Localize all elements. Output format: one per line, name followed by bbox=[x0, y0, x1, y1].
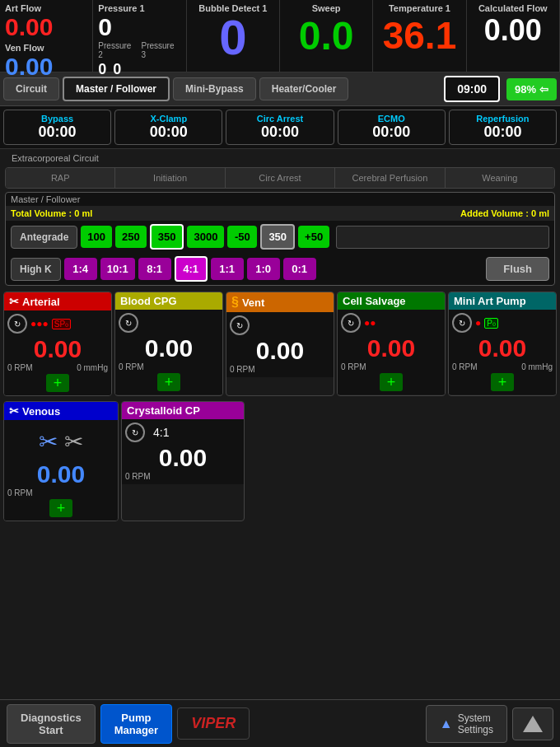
scissor-left[interactable]: ✂ bbox=[39, 428, 58, 455]
venous-body: ✂ ✂ 0.00 0 RPM + bbox=[4, 420, 118, 521]
ratio-1-1[interactable]: 1:1 bbox=[211, 258, 244, 280]
antegrade-button[interactable]: Antegrade bbox=[11, 226, 77, 249]
venous-header: ✂ Venous bbox=[4, 402, 118, 420]
xclamp-timer[interactable]: X-Clamp 00:00 bbox=[114, 110, 222, 145]
ven-flow-value: 0.00 bbox=[5, 54, 87, 79]
art-flow-label: Art Flow bbox=[5, 3, 87, 13]
reperfusion-timer[interactable]: Reperfusion 00:00 bbox=[449, 110, 557, 145]
tab-master-follower[interactable]: Master / Follower bbox=[63, 77, 170, 101]
cell-salvage-dots: ●● bbox=[364, 317, 376, 329]
cell-salvage-header: Cell Salvage bbox=[338, 292, 445, 310]
pressure1-value: 0 bbox=[98, 15, 180, 40]
antegrade-plus50[interactable]: +50 bbox=[298, 226, 329, 248]
added-volume-label: Added Volume : 0 ml bbox=[460, 208, 549, 218]
antegrade-350[interactable]: 350 bbox=[150, 224, 184, 250]
system-settings-button[interactable]: ▲ System Settings bbox=[426, 705, 507, 743]
pressure3-label: Pressure 3 bbox=[141, 41, 180, 59]
pump-manager-button[interactable]: Pump Manager bbox=[100, 704, 172, 744]
blood-cpg-value: 0.00 bbox=[119, 334, 219, 362]
mini-art-pump-header: Mini Art Pump bbox=[449, 292, 556, 310]
venous-scissors-row: ✂ ✂ bbox=[7, 423, 114, 460]
antegrade-100[interactable]: 100 bbox=[81, 226, 112, 248]
bloodcpg-rotate-icon[interactable]: ↻ bbox=[119, 313, 138, 333]
mini-art-rpm: 0 RPM bbox=[452, 362, 478, 371]
mini-art-dots: ● bbox=[475, 317, 481, 329]
blood-cpg-header: Blood CPG bbox=[115, 292, 222, 310]
ratio-8-1[interactable]: 8:1 bbox=[138, 258, 171, 280]
top-status-bar: Art Flow 0.00 Ven Flow 0.00 Pressure 1 0… bbox=[0, 0, 560, 72]
arterial-header: ✂ Arterial bbox=[4, 292, 111, 310]
sp-badge-arterial: SP₀ bbox=[52, 319, 71, 329]
ratio-10-1[interactable]: 10:1 bbox=[100, 258, 135, 280]
bottom-pump-grid: ✂ Venous ✂ ✂ 0.00 0 RPM + Crystalloid CP… bbox=[0, 399, 560, 524]
cell-salvage-plus-button[interactable]: + bbox=[380, 373, 403, 391]
arterial-plus-button[interactable]: + bbox=[46, 374, 69, 392]
tab-heater-cooler[interactable]: Heater/Cooler bbox=[259, 77, 349, 100]
arterial-mmhg: 0 mmHg bbox=[77, 363, 108, 372]
vent-rpm: 0 RPM bbox=[230, 365, 330, 374]
battery-indicator: 98% ⇦ bbox=[506, 78, 557, 100]
triangle-up-icon: ▲ bbox=[440, 717, 453, 731]
crystalloid-rpm: 0 RPM bbox=[125, 472, 240, 481]
sweep-value: 0.0 bbox=[299, 13, 354, 58]
tab-circuit[interactable]: Circuit bbox=[3, 77, 59, 100]
circuit-tab-circ-arrest[interactable]: Circ Arrest bbox=[226, 168, 335, 188]
antegrade-neg50[interactable]: -50 bbox=[227, 226, 257, 248]
venous-pump-card: ✂ Venous ✂ ✂ 0.00 0 RPM + bbox=[3, 401, 119, 521]
flush-button[interactable]: Flush bbox=[486, 257, 549, 281]
diagnostics-start-button[interactable]: Diagnostics Start bbox=[7, 704, 96, 744]
master-follower-header: Master / Follower bbox=[6, 193, 554, 206]
crystalloid-value: 0.00 bbox=[125, 444, 240, 472]
calc-flow-label: Calculated Flow bbox=[478, 3, 548, 13]
cell-salvage-rotate-icon[interactable]: ↻ bbox=[341, 313, 361, 333]
pressure3-value: 0 bbox=[113, 61, 121, 78]
mini-art-plus-button[interactable]: + bbox=[491, 373, 514, 391]
temperature-label: Temperature 1 bbox=[389, 3, 450, 13]
scissor-right[interactable]: ✂ bbox=[64, 428, 83, 455]
mini-art-pump-body: ↻ ● P₀ 0.00 0 RPM 0 mmHg + bbox=[449, 310, 556, 395]
ratio-0-1[interactable]: 0:1 bbox=[283, 258, 316, 280]
venous-plus-button[interactable]: + bbox=[49, 499, 72, 517]
triangle-button[interactable] bbox=[512, 707, 553, 740]
ecmo-timer[interactable]: ECMO 00:00 bbox=[338, 110, 446, 145]
mini-art-value: 0.00 bbox=[452, 334, 553, 362]
circuit-tab-weaning[interactable]: Weaning bbox=[446, 168, 554, 188]
antegrade-3000[interactable]: 3000 bbox=[187, 226, 224, 248]
sweep-label: Sweep bbox=[312, 3, 341, 13]
vent-rotate-icon[interactable]: ↻ bbox=[230, 315, 250, 335]
ratio-1-0[interactable]: 1:0 bbox=[247, 258, 280, 280]
ratio-4-1[interactable]: 4:1 bbox=[175, 256, 208, 282]
arterial-rpm: 0 RPM bbox=[7, 363, 33, 372]
mini-art-mmhg: 0 mmHg bbox=[521, 362, 553, 371]
calc-flow-cell: Calculated Flow 0.00 bbox=[467, 0, 560, 72]
circ-arrest-timer[interactable]: Circ Arrest 00:00 bbox=[226, 110, 334, 145]
pressure2-label: Pressure 2 bbox=[98, 41, 138, 59]
pump-grid-row1: ✂ Arterial ↻ ●●● SP₀ 0.00 0 RPM 0 mmHg + bbox=[0, 289, 560, 399]
crystalloid-pump-card: Crystalloid CP ↻ 4:1 0.00 0 RPM bbox=[121, 401, 245, 521]
art-flow-cell: Art Flow 0.00 Ven Flow 0.00 bbox=[0, 0, 93, 72]
pressure-cell: Pressure 1 0 Pressure 2 Pressure 3 0 0 bbox=[93, 0, 186, 72]
bubble-detect-cell: Bubble Detect 1 0 bbox=[187, 0, 280, 72]
arterial-rotate-icon[interactable]: ↻ bbox=[7, 314, 27, 334]
antegrade-250[interactable]: 250 bbox=[115, 226, 147, 248]
mini-art-rpm-row: 0 RPM 0 mmHg bbox=[452, 362, 553, 371]
art-flow-value: 0.00 bbox=[5, 15, 87, 40]
circuit-tab-rap[interactable]: RAP bbox=[6, 168, 115, 188]
antegrade-350-gray[interactable]: 350 bbox=[260, 224, 295, 250]
highk-button[interactable]: High K bbox=[11, 258, 61, 281]
arterial-value: 0.00 bbox=[7, 335, 108, 363]
ratio-1-4[interactable]: 1:4 bbox=[64, 258, 97, 280]
tab-mini-bypass[interactable]: Mini-Bypass bbox=[173, 77, 256, 100]
circuit-tab-cerebral-perfusion[interactable]: Cerebral Perfusion bbox=[335, 168, 445, 188]
blood-cpg-plus-button[interactable]: + bbox=[157, 373, 180, 391]
vent-body: ↻ 0.00 0 RPM bbox=[226, 312, 334, 377]
extracorporeal-header: Extracorporeal Circuit bbox=[5, 151, 105, 163]
circuit-tab-initiation[interactable]: Initiation bbox=[115, 168, 225, 188]
crystalloid-rotate-icon[interactable]: ↻ bbox=[125, 423, 145, 442]
vent-header: § Vent bbox=[226, 292, 334, 312]
bypass-timer[interactable]: Bypass 00:00 bbox=[3, 110, 111, 145]
infinity-icon: § bbox=[231, 295, 239, 310]
arterial-body: ↻ ●●● SP₀ 0.00 0 RPM 0 mmHg + bbox=[4, 310, 111, 395]
mini-art-rotate-icon[interactable]: ↻ bbox=[452, 313, 472, 333]
blood-cpg-rpm: 0 RPM bbox=[119, 362, 219, 371]
